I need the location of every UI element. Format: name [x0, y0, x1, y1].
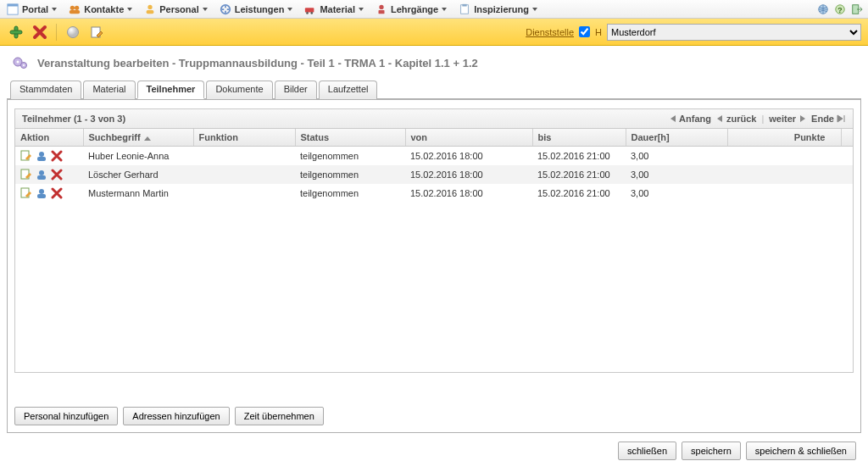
menu-label: Leistungen [235, 4, 285, 14]
caret-icon [127, 8, 132, 11]
svg-rect-1 [8, 3, 18, 6]
svg-rect-32 [37, 175, 46, 180]
menu-leistungen[interactable]: Leistungen [218, 2, 295, 17]
cell-funktion [193, 184, 295, 203]
sphere-button[interactable] [64, 23, 82, 42]
gears-icon [12, 54, 29, 71]
menu-kontakte[interactable]: Kontakte [67, 2, 134, 17]
participants-header: Teilnehmer (1 - 3 von 3) Anfang zurück |… [15, 109, 853, 129]
svg-point-11 [379, 4, 383, 8]
user-icon[interactable] [36, 169, 47, 181]
col-funktion[interactable]: Funktion [193, 129, 295, 147]
cell-status: teilgenommen [295, 165, 405, 184]
toolbar-separator [56, 24, 57, 41]
prev-icon [715, 114, 725, 124]
tab-material[interactable]: Material [83, 81, 135, 99]
toolbar-right: Dienststelle H Musterdorf [526, 24, 861, 41]
col-bis[interactable]: bis [532, 129, 626, 147]
table-header-row: Aktion Suchbegriff Funktion Status von b… [15, 129, 853, 147]
pager-first[interactable]: Anfang [667, 114, 711, 124]
add-personal-button[interactable]: Personal hinzufügen [14, 407, 118, 425]
edit-icon[interactable] [20, 187, 32, 199]
edit-icon[interactable] [20, 150, 32, 162]
pager-last[interactable]: Ende [811, 114, 846, 124]
footer: schließen speichern speichern & schließe… [0, 433, 868, 461]
svg-point-24 [17, 61, 19, 64]
edit-button[interactable] [87, 23, 106, 42]
tab-laufzettel[interactable]: Laufzettel [319, 81, 378, 99]
participants-title: Teilnehmer (1 - 3 von 3) [22, 114, 125, 124]
delete-icon[interactable] [51, 187, 63, 199]
page-title: Veranstaltung bearbeiten - Truppmannausb… [37, 57, 478, 69]
menu-label: Lehrgänge [391, 4, 438, 14]
pager-prev[interactable]: zurück [715, 114, 756, 124]
pager-label: Anfang [679, 114, 711, 124]
svg-point-21 [68, 26, 79, 37]
save-button[interactable]: speichern [682, 442, 741, 460]
col-suchbegriff[interactable]: Suchbegriff [83, 129, 193, 147]
globe-icon[interactable] [817, 3, 829, 15]
dienststelle-select[interactable]: Musterdorf [607, 24, 861, 41]
menu-material[interactable]: Material [303, 2, 365, 17]
tab-stammdaten[interactable]: Stammdaten [10, 81, 81, 99]
svg-point-9 [307, 12, 309, 14]
row-actions [20, 169, 78, 181]
cell-funktion [193, 147, 295, 166]
svg-rect-8 [305, 8, 314, 12]
dienststelle-checkbox[interactable] [579, 26, 590, 37]
user-icon[interactable] [36, 150, 47, 162]
cell-punkte [727, 147, 841, 166]
exit-icon[interactable] [851, 3, 863, 15]
tab-dokumente[interactable]: Dokumente [206, 81, 272, 99]
help-icon[interactable]: ? [834, 3, 846, 15]
user-icon[interactable] [36, 187, 47, 199]
col-punkte[interactable]: Punkte [727, 129, 841, 147]
delete-icon[interactable] [51, 150, 63, 162]
cell-punkte [727, 165, 841, 184]
svg-point-3 [75, 5, 79, 9]
page-header: Veranstaltung bearbeiten - Truppmannausb… [0, 46, 868, 75]
row-actions [20, 150, 78, 162]
tab-bilder[interactable]: Bilder [275, 81, 317, 99]
person-icon [144, 3, 156, 15]
portal-icon [7, 3, 19, 15]
panel-actions: Personal hinzufügen Adressen hinzufügen … [14, 407, 854, 425]
svg-point-26 [23, 64, 25, 66]
close-button[interactable]: schließen [618, 442, 676, 460]
add-button[interactable] [7, 23, 25, 42]
menu-inspizierung[interactable]: Inspizierung [457, 2, 539, 17]
dienststelle-link[interactable]: Dienststelle [526, 27, 574, 37]
menu-personal[interactable]: Personal [142, 2, 209, 17]
save-close-button[interactable]: speichern & schließen [746, 442, 856, 460]
svg-rect-20 [10, 31, 22, 34]
first-icon [667, 114, 677, 124]
table-row[interactable]: Mustermann Martinteilgenommen15.02.2016 … [15, 184, 853, 203]
delete-button[interactable] [31, 23, 49, 42]
menu-label: Portal [22, 4, 48, 14]
caret-icon [442, 8, 447, 11]
svg-rect-14 [463, 3, 467, 6]
zeit-uebernehmen-button[interactable]: Zeit übernehmen [235, 407, 324, 425]
toolbar: Dienststelle H Musterdorf [0, 19, 868, 46]
table-row[interactable]: Huber Leonie-Annateilgenommen15.02.2016 … [15, 147, 853, 166]
pager-label: Ende [811, 114, 834, 124]
tab-teilnehmer[interactable]: Teilnehmer [137, 81, 205, 99]
h-label: H [595, 27, 602, 37]
col-label: Suchbegriff [89, 132, 141, 142]
menu-lehrgaenge[interactable]: Lehrgänge [374, 2, 448, 17]
col-von[interactable]: von [405, 129, 532, 147]
menu-label: Inspizierung [474, 4, 529, 14]
pager-next[interactable]: weiter [769, 114, 808, 124]
menu-portal[interactable]: Portal [5, 2, 58, 17]
cell-bis: 15.02.2016 21:00 [532, 147, 626, 166]
edit-icon[interactable] [20, 169, 32, 181]
cell-name: Löscher Gerhard [83, 165, 193, 184]
col-aktion[interactable]: Aktion [15, 129, 83, 147]
add-adressen-button[interactable]: Adressen hinzufügen [123, 407, 229, 425]
table-row[interactable]: Löscher Gerhardteilgenommen15.02.2016 18… [15, 165, 853, 184]
caret-icon [532, 8, 537, 11]
col-status[interactable]: Status [295, 129, 405, 147]
delete-icon[interactable] [51, 169, 63, 181]
col-dauer[interactable]: Dauer[h] [626, 129, 727, 147]
sphere-icon [66, 25, 80, 39]
